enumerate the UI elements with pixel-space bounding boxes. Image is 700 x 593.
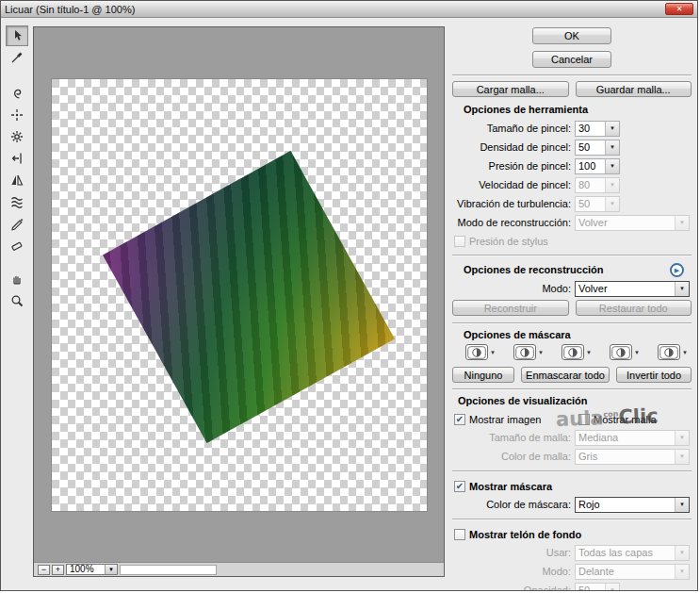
thaw-mask-tool[interactable] [6,235,28,255]
reconstruct-options-mode-value: Volver [576,282,675,296]
reconstruct-mode-row: Modo de reconstrucción: Volver ▼ [452,213,692,232]
brush-rate-dropdown: 80 ▼ [575,177,620,193]
separator [452,519,692,520]
freeze-mask-icon [9,216,24,231]
mask-intersect-icon [610,344,632,360]
reconstruct-tool[interactable] [6,47,28,68]
canvas-area: − + 100% ▼ [33,26,445,577]
reconstruct-icon [9,50,24,65]
brush-pressure-row: Presión de pincel: 100 ▼ [452,156,692,175]
invert-all-button[interactable]: Invertir todo [616,367,692,383]
load-mesh-button[interactable]: Cargar malla... [452,81,569,97]
zoom-bar: − + 100% ▼ [34,562,444,576]
stylus-pressure-row: Presión de stylus [452,232,692,250]
reconstruct-options-mode-dropdown[interactable]: Volver ▼ [575,281,690,297]
push-left-tool[interactable] [6,148,28,169]
chevron-down-icon: ▼ [538,350,544,355]
save-mesh-button[interactable]: Guardar malla... [576,81,692,97]
chevron-down-icon: ▼ [675,546,689,560]
pucker-tool[interactable] [6,105,28,125]
mask-none-button[interactable]: Ninguno [452,367,514,383]
backdrop-mode-row: Modo: Delante ▼ [452,562,692,581]
mask-add-icon [513,344,536,360]
separator [452,255,692,256]
chevron-down-icon[interactable]: ▼ [605,140,619,155]
brush-density-dropdown[interactable]: 50 ▼ [575,140,620,156]
forward-warp-icon [15,30,22,41]
restore-all-button[interactable]: Restaurar todo [576,300,692,316]
zoom-out-button[interactable]: − [38,565,50,575]
show-image-mesh-row: ✔ Mostrar imagen Mostrar malla [452,410,692,428]
bloat-icon [9,129,24,144]
brush-rate-row: Velocidad de pincel: 80 ▼ [452,175,692,194]
twirl-clockwise-tool[interactable] [6,83,28,104]
chevron-down-icon: ▼ [682,350,688,355]
hand-tool[interactable] [6,269,28,289]
options-panel: OK Cancelar Cargar malla... Guardar mall… [445,18,697,590]
separator [452,74,692,76]
show-backdrop-checkbox[interactable] [454,529,465,540]
mesh-size-value: Mediana [576,431,675,445]
mesh-color-row: Color de malla: Gris ▼ [452,447,692,466]
brush-size-row: Tamaño de pincel: 30 ▼ [452,119,692,138]
chevron-down-icon[interactable]: ▼ [605,159,619,173]
backdrop-mode-dropdown: Delante ▼ [575,564,690,580]
thaw-mask-icon [9,238,24,253]
mirror-tool[interactable] [6,170,28,190]
tool-options-title: Opciones de herramienta [464,104,692,115]
mask-replace-selection-dropdown[interactable]: ▼ [465,344,496,360]
hand-icon [9,272,24,287]
zoom-tool[interactable] [6,290,28,311]
show-backdrop-row: Mostrar telón de fondo [452,525,692,543]
chevron-down-icon: ▼ [675,431,689,445]
ok-button[interactable]: OK [532,27,611,44]
mask-color-row: Color de máscara: Rojo ▼ [452,495,692,514]
chevron-down-icon: ▼ [634,350,640,355]
show-mesh-checkbox[interactable] [578,414,590,425]
brush-size-value: 30 [576,122,605,136]
chevron-down-icon[interactable]: ▼ [675,498,689,512]
mask-subtract-selection-dropdown[interactable]: ▼ [562,344,592,360]
mesh-color-value: Gris [576,450,675,464]
brush-pressure-dropdown[interactable]: 100 ▼ [575,158,620,174]
mask-invert-selection-dropdown[interactable]: ▼ [658,344,688,360]
brush-size-dropdown[interactable]: 30 ▼ [575,121,620,137]
zoom-level-value: 100% [67,565,105,574]
show-image-checkbox[interactable]: ✔ [454,414,465,425]
document-canvas[interactable] [51,78,428,512]
zoom-level-dropdown[interactable]: 100% ▼ [66,564,118,575]
brush-density-value: 50 [576,140,605,155]
zoom-in-button[interactable]: + [52,565,64,575]
view-options-title: Opciones de visualización [458,395,692,406]
reconstruct-options-menu-button[interactable]: ▶ [670,263,684,277]
freeze-mask-tool[interactable] [6,213,28,234]
mask-add-selection-dropdown[interactable]: ▼ [513,344,544,360]
backdrop-opacity-dropdown: 50 ▼ [575,583,620,591]
reconstruct-button[interactable]: Reconstruir [452,300,569,316]
show-mask-checkbox[interactable]: ✔ [454,481,465,492]
zoom-icon [9,293,24,308]
mask-color-dropdown[interactable]: Rojo ▼ [575,497,690,513]
check-icon: ✔ [456,415,464,424]
bloat-tool[interactable] [6,126,28,147]
turbulence-tool[interactable] [6,191,28,212]
chevron-down-icon[interactable]: ▼ [675,282,689,296]
chevron-down-icon[interactable]: ▼ [605,122,619,136]
backdrop-use-label: Usar: [452,547,575,558]
backdrop-opacity-row: Opacidad: 50 ▼ [452,581,692,590]
close-button[interactable]: ✕ [665,3,693,15]
title-bar[interactable]: Licuar (Sin título-1 @ 100%) ✕ [1,1,697,18]
forward-warp-tool[interactable] [6,25,28,46]
window-title: Licuar (Sin título-1 @ 100%) [5,4,665,15]
push-left-icon [9,151,24,166]
mirror-icon [9,173,24,188]
close-icon: ✕ [676,5,683,13]
mesh-color-dropdown: Gris ▼ [575,449,690,465]
canvas-view[interactable] [34,27,444,562]
turbulence-jitter-label: Vibración de turbulencia: [452,198,575,209]
cancel-button[interactable]: Cancelar [532,51,611,68]
mask-all-button[interactable]: Enmascarar todo [521,367,610,383]
mask-intersect-selection-dropdown[interactable]: ▼ [610,344,640,360]
brush-density-row: Densidad de pincel: 50 ▼ [452,138,692,156]
mask-options-title: Opciones de máscara [464,329,692,340]
